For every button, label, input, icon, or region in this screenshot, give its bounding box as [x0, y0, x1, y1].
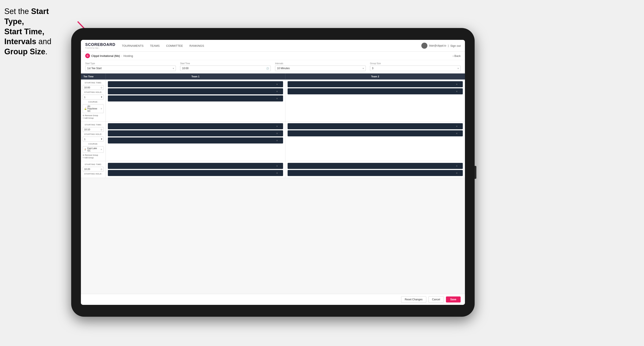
add-group-link-1[interactable]: + Add Group — [83, 117, 104, 119]
slot-dots-icon: ⋮ — [279, 139, 281, 142]
nav-rankings[interactable]: RANKINGS — [190, 43, 204, 48]
group-size-label: Group Size — [370, 62, 460, 65]
logo-text: SCOREBOARD — [85, 42, 116, 47]
slot-remove-icon[interactable]: ✕ — [276, 139, 278, 142]
group-size-group: Group Size 3 ▾ — [370, 62, 460, 71]
slot-remove-icon[interactable]: ✕ — [276, 132, 278, 135]
player-slot[interactable]: ✕ ⋮ — [288, 123, 463, 129]
remove-group-link-1[interactable]: ⊖ Remove Group — [83, 114, 104, 117]
team1-col-1: ✕ ⋮ ✕ ⋮ ✕ ⋮ — [106, 79, 286, 121]
player-slot[interactable]: ✕ ⋮ — [108, 123, 283, 129]
group-size-select[interactable]: 3 ▾ — [370, 65, 460, 71]
add-group-link-2[interactable]: + Add Group — [83, 157, 104, 159]
start-type-select[interactable]: 1st Tee Start ▾ — [85, 65, 176, 71]
course-icon-1: ⛳ — [84, 108, 86, 110]
tee-time-col-3: STARTING TIME: 10:20 ⊙ STARTING HOLE: — [81, 161, 106, 178]
start-time-select[interactable]: 10:00 🕐 — [180, 65, 271, 71]
breadcrumb-left: C Clippd Invitational (Me) › Hosting — [85, 53, 133, 58]
slot-remove-icon[interactable]: ✕ — [456, 90, 458, 93]
slot-remove-icon[interactable]: ✕ — [276, 125, 278, 128]
clock-icon: 🕐 — [266, 67, 269, 70]
reset-changes-button[interactable]: Reset Changes — [401, 296, 426, 303]
intervals-select[interactable]: 10 Minutes ▾ — [275, 65, 366, 71]
action-links-1: ⊖ Remove Group + Add Group — [83, 114, 104, 119]
slot-remove-icon[interactable]: ✕ — [456, 165, 458, 167]
action-links-2: ⊖ Remove Group + Add Group — [83, 154, 104, 159]
course-icon-2: 🏌 — [84, 149, 86, 151]
starting-time-input-1[interactable]: 10:00 ⊙ — [83, 85, 104, 90]
back-button[interactable]: ‹ Back — [453, 54, 460, 57]
chevron-down-icon: ▾ — [173, 67, 174, 70]
starting-time-input-2[interactable]: 10:10 ⊙ — [83, 127, 104, 132]
remove-course-1[interactable]: ✕ — [100, 108, 102, 110]
player-slot[interactable]: ✕ ⋮ — [108, 138, 283, 144]
bottom-bar: Reset Changes Cancel Save — [81, 294, 465, 305]
slot-dots-icon: ⋮ — [279, 125, 281, 128]
player-slot[interactable]: ✕ ⋮ — [288, 81, 463, 87]
top-nav: SCOREBOARD Powered by clipp... TOURNAMEN… — [81, 40, 465, 52]
starting-time-value-3: 10:20 — [84, 168, 90, 171]
player-slot[interactable]: ✕ ⋮ — [108, 170, 283, 176]
slot-dots-icon: ⋮ — [459, 125, 461, 128]
course-label-2: COURSE: — [83, 143, 104, 145]
player-slot[interactable]: ✕ ⋮ — [288, 170, 463, 176]
nav-teams[interactable]: TEAMS — [150, 43, 160, 48]
instruction-line3-normal: and — [36, 37, 51, 46]
nav-tournaments[interactable]: TOURNAMENTS — [122, 43, 144, 48]
starting-hole-label-1: STARTING HOLE: — [83, 91, 104, 93]
cancel-button[interactable]: Cancel — [428, 296, 444, 303]
player-slot[interactable]: ✕ ⋮ — [288, 130, 463, 136]
instruction-intro: Set the — [4, 7, 31, 16]
player-slot[interactable]: ✕ ⋮ — [108, 95, 283, 101]
slot-remove-icon[interactable]: ✕ — [276, 165, 278, 167]
table-content: STARTING TIME: 10:00 ⊙ STARTING HOLE: 1 … — [81, 79, 465, 294]
sign-out-link[interactable]: Sign out — [450, 43, 460, 48]
save-button[interactable]: Save — [446, 297, 460, 303]
clock-icon-1: ⊙ — [100, 86, 102, 89]
slot-dots-icon: ⋮ — [279, 97, 281, 100]
table-row: STARTING TIME: 10:10 ⊙ STARTING HOLE: 1 … — [81, 122, 465, 161]
chevron-icon-hole-1: ▾ — [101, 96, 102, 98]
slot-remove-icon[interactable]: ✕ — [276, 83, 278, 86]
clock-icon-2: ⊙ — [100, 128, 102, 131]
nav-committee[interactable]: COMMITTEE — [166, 43, 183, 48]
slot-remove-icon[interactable]: ✕ — [456, 132, 458, 135]
starting-hole-value-1: 1 — [84, 96, 86, 98]
user-email: blair@clippd.io — [429, 44, 446, 47]
breadcrumb-bar: C Clippd Invitational (Me) › Hosting ‹ B… — [81, 52, 465, 60]
starting-time-label-1: STARTING TIME: — [83, 82, 104, 84]
slot-remove-icon[interactable]: ✕ — [276, 97, 278, 100]
player-slot[interactable]: ✕ ⋮ — [108, 88, 283, 94]
breadcrumb-tournament[interactable]: Clippd Invitational (Me) — [91, 54, 120, 57]
clock-icon-3: ⊙ — [100, 168, 102, 171]
settings-row: Start Type 1st Tee Start ▾ Start Time 10… — [81, 60, 465, 73]
pipe-separator: | — [448, 44, 448, 47]
player-slot[interactable]: ✕ ⋮ — [288, 88, 463, 94]
remove-course-2[interactable]: ✕ — [100, 149, 102, 151]
tablet-side-button — [475, 166, 476, 179]
starting-hole-select-2[interactable]: 1 ▾ — [83, 137, 104, 142]
slot-remove-icon[interactable]: ✕ — [276, 172, 278, 174]
start-time-group: Start Time 10:00 🕐 — [180, 62, 271, 71]
start-type-value: 1st Tee Start — [87, 67, 102, 70]
logo-sub: Powered by clipp... — [85, 47, 116, 49]
intervals-value: 10 Minutes — [277, 67, 290, 70]
starting-hole-select-1[interactable]: 1 ▾ — [83, 95, 104, 100]
player-slot[interactable]: ✕ ⋮ — [288, 163, 463, 169]
team2-col-1: ✕ ⋮ ✕ ⋮ — [286, 79, 465, 121]
instruction-line2: Start Time, — [4, 27, 44, 36]
player-slot[interactable]: ✕ ⋮ — [108, 130, 283, 136]
slot-remove-icon[interactable]: ✕ — [456, 83, 458, 86]
remove-group-link-2[interactable]: ⊖ Remove Group — [83, 154, 104, 156]
player-slot[interactable]: ✕ ⋮ — [108, 81, 283, 87]
th-team2: Team 2 — [286, 73, 465, 79]
slot-remove-icon[interactable]: ✕ — [456, 125, 458, 128]
player-slot[interactable]: ✕ ⋮ — [108, 163, 283, 169]
team2-col-3: ✕ ⋮ ✕ ⋮ — [286, 161, 465, 178]
slot-remove-icon[interactable]: ✕ — [456, 172, 458, 174]
slot-remove-icon[interactable]: ✕ — [276, 90, 278, 93]
starting-time-input-3[interactable]: 10:20 ⊙ — [83, 167, 104, 172]
slot-dots-icon: ⋮ — [279, 90, 281, 93]
slot-dots-icon: ⋮ — [279, 83, 281, 86]
instruction-text: Set the Start Type, Start Time, Interval… — [4, 6, 67, 57]
